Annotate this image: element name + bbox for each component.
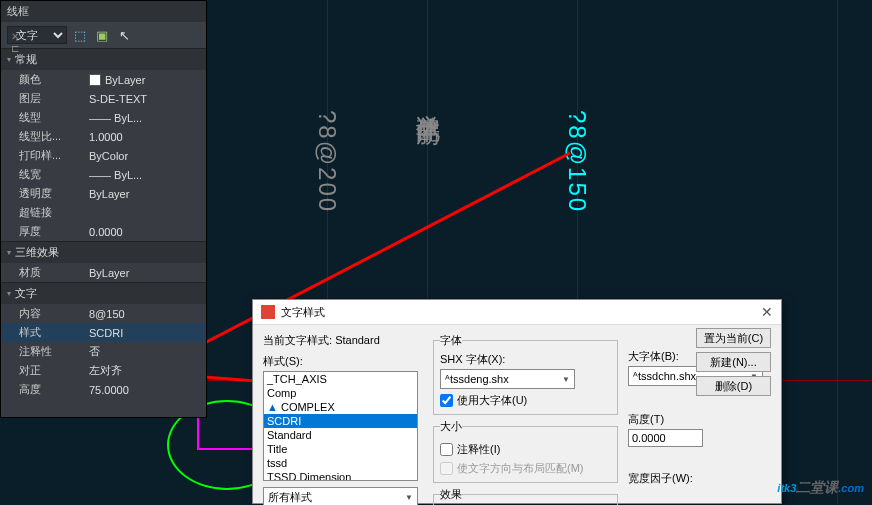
list-item[interactable]: TSSD Dimension xyxy=(264,470,417,481)
close-icon[interactable]: ✕ xyxy=(11,31,21,41)
chevron-down-icon: ▼ xyxy=(562,375,570,384)
panel-toolbar: 文字 ⬚ ▣ ↖ xyxy=(1,22,206,48)
text-style-dialog: 文字样式 ✕ 当前文字样式: Standard 样式(S): _TCH_AXIS… xyxy=(252,299,782,504)
height-input[interactable] xyxy=(628,429,703,447)
filter-combo[interactable]: 所有样式▼ xyxy=(263,487,418,505)
section-general[interactable]: 常规 xyxy=(1,48,206,70)
canvas-text-3[interactable]: ?8@150 xyxy=(563,110,591,213)
list-item-selected[interactable]: SCDRI xyxy=(264,414,417,428)
add-icon[interactable]: ⬚ xyxy=(71,26,89,44)
new-button[interactable]: 新建(N)... xyxy=(696,352,771,372)
panel-title: 线框 xyxy=(1,1,206,22)
list-item[interactable]: Standard xyxy=(264,428,417,442)
chevron-down-icon: ▼ xyxy=(405,493,413,502)
properties-panel: 线框 ✕ ⊏ 文字 ⬚ ▣ ↖ 常规 颜色ByLayer 图层S-DE-TEXT… xyxy=(0,0,207,418)
canvas-text-1[interactable]: ?8@200 xyxy=(313,110,341,213)
list-item[interactable]: ▲ COMPLEX xyxy=(264,400,417,414)
style-value[interactable]: SCDRI xyxy=(89,325,206,340)
dialog-title-text: 文字样式 xyxy=(281,305,325,320)
section-3d[interactable]: 三维效果 xyxy=(1,241,206,263)
canvas-text-2[interactable]: 详单体配筋 xyxy=(412,95,444,105)
list-item[interactable]: _TCH_AXIS xyxy=(264,372,417,386)
select-icon[interactable]: ↖ xyxy=(115,26,133,44)
list-item[interactable]: Title xyxy=(264,442,417,456)
close-icon[interactable]: ✕ xyxy=(761,304,773,320)
section-text[interactable]: 文字 xyxy=(1,282,206,304)
pin-icon[interactable]: ⊏ xyxy=(11,43,21,53)
color-swatch xyxy=(89,74,101,86)
list-item[interactable]: tssd xyxy=(264,456,417,470)
annotative-checkbox[interactable] xyxy=(440,443,453,456)
style-listbox[interactable]: _TCH_AXIS Comp ▲ COMPLEX SCDRI Standard … xyxy=(263,371,418,481)
use-bigfont-checkbox[interactable] xyxy=(440,394,453,407)
app-icon xyxy=(261,305,275,319)
shx-font-combo[interactable]: ᴬtssdeng.shx▼ xyxy=(440,369,575,389)
filter-icon[interactable]: ▣ xyxy=(93,26,111,44)
delete-button[interactable]: 删除(D) xyxy=(696,376,771,396)
set-current-button[interactable]: 置为当前(C) xyxy=(696,328,771,348)
list-item[interactable]: Comp xyxy=(264,386,417,400)
dialog-titlebar[interactable]: 文字样式 ✕ xyxy=(253,300,781,325)
match-checkbox xyxy=(440,462,453,475)
content-value[interactable]: 8@150 xyxy=(89,306,206,321)
layer-value[interactable]: S-DE-TEXT xyxy=(89,91,206,106)
watermark: itk3二堂课.com xyxy=(777,459,864,501)
